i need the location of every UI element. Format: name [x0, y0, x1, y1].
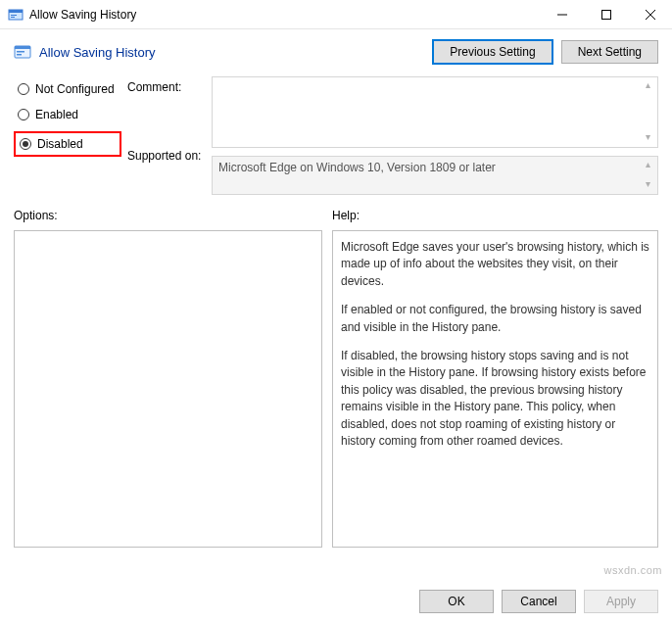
- supported-on-value: [213, 157, 657, 194]
- svg-rect-11: [17, 54, 22, 56]
- radio-enabled[interactable]: Enabled: [14, 106, 121, 123]
- scrollbar[interactable]: ▴ ▾: [640, 79, 655, 145]
- maximize-button[interactable]: [584, 0, 628, 29]
- radio-icon: [20, 138, 31, 150]
- policy-icon: [14, 43, 31, 61]
- help-paragraph: Microsoft Edge saves your user's browsin…: [341, 239, 649, 290]
- options-box: [14, 230, 322, 548]
- comment-field-wrap: ▴ ▾: [212, 76, 658, 148]
- comment-input[interactable]: [213, 77, 657, 144]
- watermark-site: wsxdn.com: [603, 564, 662, 576]
- radio-label: Not Configured: [35, 82, 115, 96]
- options-panel: Options:: [14, 209, 322, 548]
- svg-rect-10: [17, 51, 24, 53]
- supported-on-label: Supported on:: [127, 139, 206, 163]
- window-titlebar: Allow Saving History: [0, 0, 672, 29]
- help-panel: Help: Microsoft Edge saves your user's b…: [332, 209, 658, 548]
- help-paragraph: If disabled, the browsing history stops …: [341, 348, 649, 450]
- radio-label: Enabled: [35, 108, 78, 121]
- app-icon: [8, 7, 24, 23]
- window-title: Allow Saving History: [29, 8, 540, 22]
- svg-rect-3: [11, 17, 15, 18]
- lower-area: Options: Help: Microsoft Edge saves your…: [0, 195, 672, 548]
- help-paragraph: If enabled or not configured, the browsi…: [341, 302, 649, 336]
- window-controls: [540, 0, 672, 28]
- radio-icon: [18, 109, 29, 120]
- svg-rect-2: [11, 15, 17, 16]
- comment-label: Comment:: [127, 76, 206, 139]
- scrollbar[interactable]: ▴ ▾: [640, 159, 655, 192]
- scroll-down-icon: ▾: [640, 178, 655, 192]
- supported-on-wrap: ▴ ▾: [212, 156, 658, 195]
- ok-button[interactable]: OK: [419, 590, 494, 613]
- help-box: Microsoft Edge saves your user's browsin…: [332, 230, 658, 548]
- config-area: Not Configured Enabled Disabled Comment:…: [0, 76, 672, 195]
- close-button[interactable]: [628, 0, 672, 29]
- radio-disabled[interactable]: Disabled: [14, 131, 121, 157]
- field-column: ▴ ▾ ▴ ▾: [212, 76, 658, 195]
- state-radio-group: Not Configured Enabled Disabled: [14, 76, 121, 195]
- radio-label: Disabled: [37, 137, 83, 151]
- field-labels: Comment: Supported on:: [127, 76, 206, 195]
- scroll-up-icon: ▴: [640, 159, 655, 172]
- cancel-button[interactable]: Cancel: [502, 590, 576, 613]
- page-title: Allow Saving History: [39, 45, 424, 60]
- minimize-button[interactable]: [540, 0, 584, 29]
- header-row: Allow Saving History Previous Setting Ne…: [0, 29, 672, 76]
- scroll-up-icon: ▴: [640, 79, 655, 93]
- svg-rect-1: [9, 10, 23, 13]
- scroll-down-icon: ▾: [640, 131, 655, 145]
- dialog-button-bar: OK Cancel Apply: [0, 580, 672, 623]
- radio-icon: [18, 83, 29, 95]
- svg-rect-5: [601, 11, 610, 20]
- radio-not-configured[interactable]: Not Configured: [14, 80, 121, 98]
- next-setting-button[interactable]: Next Setting: [561, 40, 658, 64]
- help-label: Help:: [332, 209, 658, 222]
- previous-setting-button[interactable]: Previous Setting: [432, 39, 552, 65]
- apply-button[interactable]: Apply: [584, 590, 658, 613]
- svg-rect-9: [15, 46, 30, 49]
- options-label: Options:: [14, 209, 322, 222]
